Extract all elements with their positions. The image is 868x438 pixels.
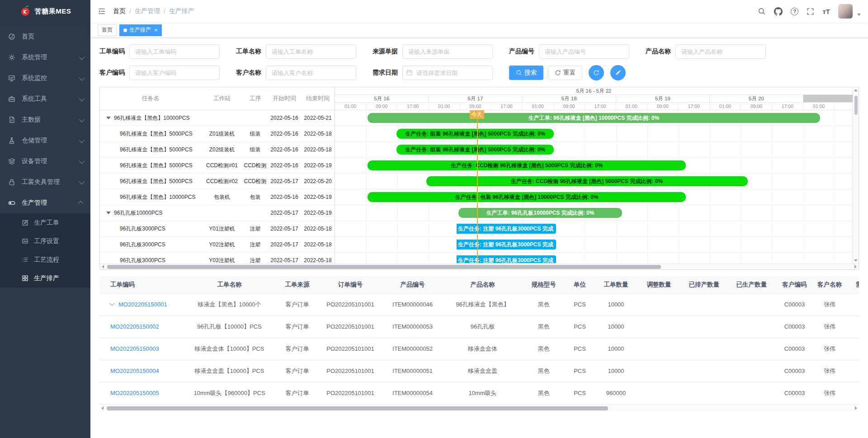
gantt-task-bar[interactable]: 生产任务: 组装 96孔移液盒 [黑色] 5000PCS 完成比例: 0% — [396, 129, 554, 139]
sidebar-item-label: 设备管理 — [22, 157, 79, 165]
gantt-vertical-scrollbar[interactable] — [853, 87, 859, 264]
collapse-caret-icon[interactable] — [106, 117, 111, 119]
table-row[interactable]: MO202205150001移液盒【黑色】10000个客户订单PO2022051… — [99, 293, 859, 316]
gantt-task-row[interactable]: 96孔移液盒【黑色】5000PCSCCD检测#01CCD检测2022-05-16… — [100, 158, 335, 174]
tab-item[interactable]: 首页 — [98, 24, 117, 36]
edit-schedule-button[interactable] — [610, 65, 626, 80]
text-field[interactable] — [539, 44, 629, 59]
gantt-workorder-bar[interactable]: 生产工单: 96孔孔板10000PCS 完成比例: 0% — [458, 208, 623, 218]
timeline-day-label: 5月 18 — [522, 95, 616, 102]
scrollbar-thumb[interactable] — [854, 96, 858, 115]
date-field[interactable] — [402, 66, 493, 80]
workorder-link[interactable]: MO202205150002 — [110, 323, 159, 330]
gantt-task-row[interactable]: 96孔孔板3000PCSY01注塑机注塑2022-05-172022-05-18 — [100, 221, 335, 237]
reset-button[interactable]: 重置 — [548, 66, 582, 80]
text-field[interactable] — [402, 44, 493, 59]
table-row[interactable]: MO202205150003移液盒盒体【10000】PCS客户订单PO20220… — [99, 338, 859, 360]
font-size-icon[interactable]: ᴛT — [822, 8, 830, 15]
tab-active[interactable]: 生产排产× — [119, 24, 162, 36]
collapse-caret-icon[interactable] — [106, 212, 111, 214]
start-time: 2022-05-17 — [268, 241, 301, 248]
gantt-task-row[interactable]: 96孔孔板3000PCSY03注塑机注塑2022-05-172022-05-18 — [100, 253, 335, 264]
sidebar-subitem[interactable]: 生产排产 — [0, 269, 90, 287]
sidebar-fold-icon[interactable] — [98, 7, 106, 15]
fullscreen-icon[interactable] — [807, 8, 814, 15]
navbar: 首页/生产管理/生产排产 ? ᴛT — [90, 0, 868, 23]
sidebar-item[interactable]: 主数据 — [0, 109, 90, 130]
app-title: 苦糖果MES — [35, 7, 71, 16]
refresh-schedule-button[interactable] — [589, 65, 604, 80]
chevron-down-icon — [79, 75, 85, 80]
sidebar-item[interactable]: 生产管理 — [0, 193, 90, 213]
text-field[interactable] — [675, 44, 766, 59]
sidebar-subitem[interactable]: 工艺流程 — [0, 250, 90, 269]
sidebar-item[interactable]: 系统监控 — [0, 68, 90, 89]
gantt-task-bar[interactable]: 生产任务: 注塑 96孔孔板3000PCS 完成 — [457, 224, 556, 234]
table-row[interactable]: MO20220515000510mm吸头【960000】PCS客户订单PO202… — [99, 382, 859, 404]
start-time: 2022-05-16 — [268, 115, 301, 121]
scrollbar-thumb[interactable] — [107, 265, 661, 269]
text-field[interactable] — [129, 66, 220, 80]
gantt-task-bar[interactable]: 生产任务: 包装 96孔移液盒 [黑色] 10000PCS 完成比例: 0% — [368, 192, 686, 202]
gantt-task-bar[interactable]: 生产任务: 注塑 96孔孔板3000PCS 完成 — [457, 240, 556, 250]
sidebar-item[interactable]: 工装夹具管理 — [0, 172, 90, 193]
table-horizontal-scrollbar[interactable] — [99, 405, 859, 411]
scroll-left-icon[interactable] — [102, 265, 104, 268]
table-row[interactable]: MO20220515000296孔孔板【10000】PCS客户订单PO20220… — [99, 316, 859, 338]
user-menu-caret-icon[interactable] — [857, 14, 861, 16]
workstation: Y02注塑机 — [201, 241, 243, 249]
expand-row-icon[interactable] — [109, 301, 114, 306]
gear-icon — [8, 54, 16, 61]
sidebar-item[interactable]: 设备管理 — [0, 151, 90, 172]
sidebar-item[interactable]: 系统管理 — [0, 47, 90, 68]
help-icon[interactable]: ? — [791, 8, 798, 15]
text-field[interactable] — [266, 44, 356, 59]
table-row[interactable]: MO202205150004移液盒盒盖【10000】PCS客户订单PO20220… — [99, 360, 859, 382]
breadcrumb-item[interactable]: 生产管理 — [135, 7, 160, 15]
gantt-workorder-bar[interactable]: 生产工单: 96孔移液盒 [黑色] 10000PCS 完成比例: 0% — [368, 113, 820, 123]
sidebar-item[interactable]: 系统工具 — [0, 89, 90, 109]
gantt-task-bar[interactable]: 生产任务: CCD检测 96孔移液盒 [黑色] 5000PCS 完成比例: 0% — [426, 176, 748, 186]
text-field[interactable] — [129, 44, 220, 59]
gantt-task-row[interactable]: 96孔移液盒【黑色】5000PCSCCD检测#02CCD检测2022-05-17… — [100, 174, 335, 189]
scroll-right-icon[interactable] — [854, 265, 857, 268]
start-time: 2022-05-17 — [268, 178, 301, 184]
gantt-task-row[interactable]: 96孔移液盒【黑色】5000PCSZ02组装机组装2022-05-162022-… — [100, 142, 335, 158]
avatar[interactable] — [838, 4, 853, 19]
close-tab-icon[interactable]: × — [154, 27, 158, 33]
sidebar-subitem[interactable]: 生产工单 — [0, 213, 90, 232]
workorder-link[interactable]: MO202205150004 — [110, 367, 159, 374]
github-icon[interactable] — [774, 7, 783, 16]
breadcrumb-item[interactable]: 首页 — [113, 7, 126, 15]
search-button[interactable]: 搜索 — [509, 66, 543, 80]
gantt-task-bar[interactable]: 生产任务: 注塑 96孔孔板3000PCS 完成 — [457, 255, 556, 263]
scroll-down-icon[interactable] — [854, 259, 858, 262]
table-column-header: 规格型号 — [522, 276, 565, 293]
toolbox-icon — [8, 95, 16, 103]
sidebar-item[interactable]: 首页 — [0, 26, 90, 47]
app-logo[interactable]: 苦糖果MES — [0, 0, 90, 23]
gantt-task-row[interactable]: 96孔孔板10000PCS2022-05-172022-05-19 — [100, 205, 335, 221]
workorder-table: 工单编码工单名称工单来源订单编号产品编号产品名称规格型号单位工单数量调整数量已排… — [99, 276, 859, 405]
workorder-link[interactable]: MO202205150005 — [110, 390, 159, 396]
scroll-left-icon[interactable] — [101, 406, 104, 410]
search-icon[interactable] — [758, 7, 766, 15]
sidebar-subitem[interactable]: 工序设置 — [0, 232, 90, 250]
gantt-task-bar[interactable]: 生产任务: 组装 96孔移液盒 [黑色] 5000PCS 完成比例: 0% — [396, 145, 554, 155]
scrollbar-thumb[interactable] — [107, 406, 608, 410]
gantt-task-row[interactable]: 96孔孔板3000PCSY02注塑机注塑2022-05-172022-05-18 — [100, 237, 335, 253]
gantt-horizontal-scrollbar[interactable] — [100, 264, 859, 269]
gantt-task-row[interactable]: 96孔移液盒【黑色】5000PCSZ01组装机组装2022-05-162022-… — [100, 126, 335, 142]
scroll-right-icon[interactable] — [855, 406, 857, 410]
breadcrumb-item[interactable]: 生产排产 — [169, 7, 194, 15]
text-field[interactable] — [266, 66, 356, 80]
scroll-up-icon[interactable] — [854, 89, 858, 91]
chevron-down-icon — [79, 137, 85, 143]
gantt-task-row[interactable]: 96孔移液盒【黑色】10000PCS2022-05-162022-05-21 — [100, 110, 335, 126]
workorder-link[interactable]: MO202205150001 — [118, 301, 167, 308]
gantt-task-row[interactable]: 96孔移液盒【黑色】10000PCS包装机包装2022-05-162022-05… — [100, 189, 335, 205]
sidebar-item[interactable]: 仓储管理 — [0, 130, 90, 151]
workorder-link[interactable]: MO202205150003 — [110, 345, 159, 352]
gantt-task-bar[interactable]: 生产任务: CCD检测 96孔移液盒 [黑色] 5000PCS 完成比例: 0% — [368, 160, 686, 170]
tags-bar: 首页生产排产× — [90, 23, 868, 38]
